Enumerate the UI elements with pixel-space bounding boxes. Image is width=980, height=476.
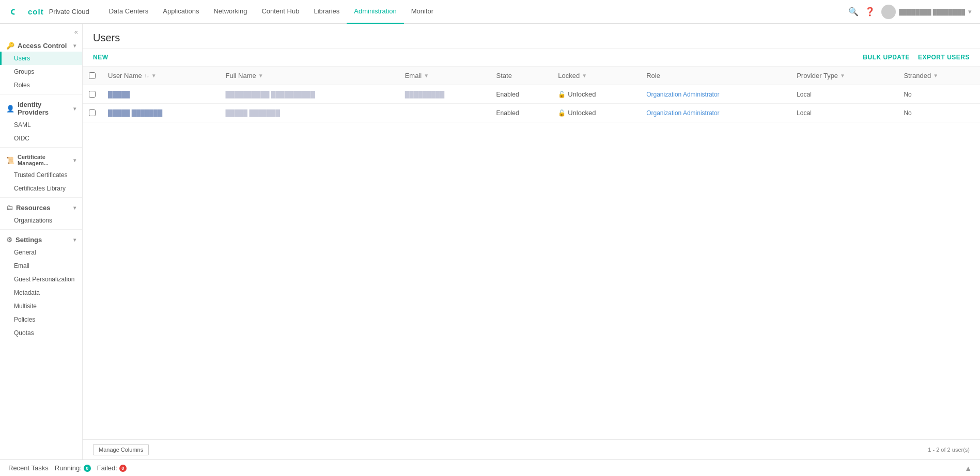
top-nav-right: 🔍 ❓ ████████ ████████ ▾ (848, 5, 972, 19)
sidebar-item-quotas[interactable]: Quotas (0, 326, 82, 340)
recent-tasks-label: Recent Tasks (8, 464, 49, 472)
sidebar-section-identity-providers[interactable]: 👤 Identity Providers ▾ (0, 97, 82, 118)
sidebar-item-oidc[interactable]: OIDC (0, 132, 82, 145)
help-button[interactable]: ❓ (865, 7, 875, 17)
sidebar-section-resources[interactable]: 🗂 Resources ▾ (0, 200, 82, 214)
sidebar-item-metadata[interactable]: Metadata (0, 286, 82, 299)
running-status: Running: 0 (55, 464, 91, 472)
row1-role[interactable]: Organization Administrator (640, 85, 790, 104)
users-table-wrapper: User Name ↑↓ ▼ Full Name ▼ (83, 67, 980, 439)
th-username: User Name ↑↓ ▼ (102, 67, 220, 85)
row2-checkbox[interactable] (89, 109, 96, 116)
table-footer: Manage Columns 1 - 2 of 2 user(s) (83, 439, 980, 459)
users-table: User Name ↑↓ ▼ Full Name ▼ (83, 67, 980, 122)
sidebar-item-email[interactable]: Email (0, 259, 82, 273)
page-title: Users (93, 32, 120, 44)
settings-icon: ⚙ (6, 236, 12, 244)
bulk-update-button[interactable]: BULK UPDATE (863, 54, 910, 61)
sidebar-item-organizations[interactable]: Organizations (0, 214, 82, 227)
main-content: Users NEW BULK UPDATE EXPORT USERS (83, 24, 980, 459)
th-checkbox (83, 67, 102, 85)
resources-chevron-icon: ▾ (73, 205, 76, 211)
row2-role[interactable]: Organization Administrator (640, 104, 790, 122)
app-logo[interactable]: colt Private Cloud (8, 7, 89, 17)
stranded-filter-icon[interactable]: ▼ (933, 73, 938, 78)
th-role: Role (640, 67, 790, 85)
sidebar-item-users[interactable]: Users (0, 52, 82, 65)
toolbar-right: BULK UPDATE EXPORT USERS (863, 54, 970, 61)
row1-checkbox-cell (83, 85, 102, 104)
sidebar-section-access-control[interactable]: 🔑 Access Control ▾ (0, 38, 82, 52)
failed-status: Failed: 0 (97, 464, 127, 472)
sidebar-item-multisite[interactable]: Multisite (0, 299, 82, 313)
manage-columns-button[interactable]: Manage Columns (93, 444, 149, 455)
access-control-icon: 🔑 (6, 42, 14, 50)
nav-menu: Data Centers Applications Networking Con… (102, 0, 849, 24)
user-menu[interactable]: ████████ ████████ ▾ (881, 5, 972, 19)
search-button[interactable]: 🔍 (848, 7, 859, 17)
content-toolbar: NEW BULK UPDATE EXPORT USERS (83, 49, 980, 67)
nav-monitor[interactable]: Monitor (404, 0, 441, 24)
row2-username[interactable]: █████ ███████ (102, 104, 220, 122)
row2-checkbox-cell (83, 104, 102, 122)
table-row: █████ ███████ █████ ███████ Enabled 🔓 Un… (83, 104, 980, 122)
failed-label: Failed: (97, 464, 117, 472)
sidebar-item-general[interactable]: General (0, 246, 82, 259)
sidebar-item-groups[interactable]: Groups (0, 65, 82, 78)
fullname-filter-icon[interactable]: ▼ (258, 73, 263, 78)
sidebar-section-settings[interactable]: ⚙ Settings ▾ (0, 232, 82, 246)
colt-brand: colt (28, 7, 44, 16)
resources-icon: 🗂 (6, 204, 13, 212)
top-navigation: colt Private Cloud Data Centers Applicat… (0, 0, 980, 24)
sidebar-item-certificates-library[interactable]: Certificates Library (0, 182, 82, 195)
nav-content-hub[interactable]: Content Hub (254, 0, 306, 24)
main-layout: « 🔑 Access Control ▾ Users Groups Roles … (0, 24, 980, 459)
username-filter-icon[interactable]: ▼ (151, 73, 157, 78)
th-provider-type: Provider Type ▼ (790, 67, 897, 85)
identity-providers-chevron-icon: ▾ (73, 106, 76, 112)
provider-type-filter-icon[interactable]: ▼ (840, 73, 845, 78)
th-state: State (490, 67, 552, 85)
access-control-chevron-icon: ▾ (73, 43, 76, 49)
row1-checkbox[interactable] (89, 91, 96, 98)
row1-state: Enabled (490, 85, 552, 104)
row2-fullname: █████ ███████ (220, 104, 399, 122)
th-email: Email ▼ (399, 67, 490, 85)
table-header-row: User Name ↑↓ ▼ Full Name ▼ (83, 67, 980, 85)
avatar (881, 5, 896, 19)
row1-stranded: No (897, 85, 980, 104)
status-expand-button[interactable]: ▲ (965, 464, 972, 472)
row1-username[interactable]: █████ (102, 85, 220, 104)
row1-lock-icon: 🔓 (558, 91, 566, 98)
status-bar: Recent Tasks Running: 0 Failed: 0 ▲ (0, 459, 980, 476)
record-count: 1 - 2 of 2 user(s) (928, 447, 970, 453)
row1-provider-type: Local (790, 85, 897, 104)
nav-networking[interactable]: Networking (206, 0, 254, 24)
failed-count: 0 (119, 465, 127, 472)
nav-libraries[interactable]: Libraries (306, 0, 347, 24)
nav-data-centers[interactable]: Data Centers (102, 0, 156, 24)
sidebar-item-trusted-certificates[interactable]: Trusted Certificates (0, 168, 82, 182)
row1-locked: 🔓 Unlocked (552, 85, 640, 104)
export-users-button[interactable]: EXPORT USERS (918, 54, 970, 61)
nav-administration[interactable]: Administration (347, 0, 403, 24)
app-name: Private Cloud (49, 8, 89, 15)
user-name: ████████ ████████ (899, 9, 965, 15)
nav-applications[interactable]: Applications (155, 0, 206, 24)
sidebar-item-guest-personalization[interactable]: Guest Personalization (0, 273, 82, 286)
th-fullname: Full Name ▼ (220, 67, 399, 85)
sidebar-item-policies[interactable]: Policies (0, 313, 82, 326)
certificate-management-icon: 📜 (6, 156, 14, 164)
email-filter-icon[interactable]: ▼ (424, 73, 429, 78)
new-button[interactable]: NEW (93, 54, 108, 61)
row2-state: Enabled (490, 104, 552, 122)
sidebar-item-roles[interactable]: Roles (0, 78, 82, 92)
sidebar-section-certificate-management[interactable]: 📜 Certificate Managem... ▾ (0, 150, 82, 168)
identity-providers-icon: 👤 (6, 105, 14, 113)
locked-filter-icon[interactable]: ▼ (582, 73, 587, 78)
sidebar-collapse-button[interactable]: « (0, 24, 82, 38)
select-all-checkbox[interactable] (89, 72, 96, 79)
sidebar-item-saml[interactable]: SAML (0, 118, 82, 132)
username-sort-icon[interactable]: ↑↓ (144, 73, 149, 78)
table-row: █████ ██████████ ██████████ █████████ En… (83, 85, 980, 104)
